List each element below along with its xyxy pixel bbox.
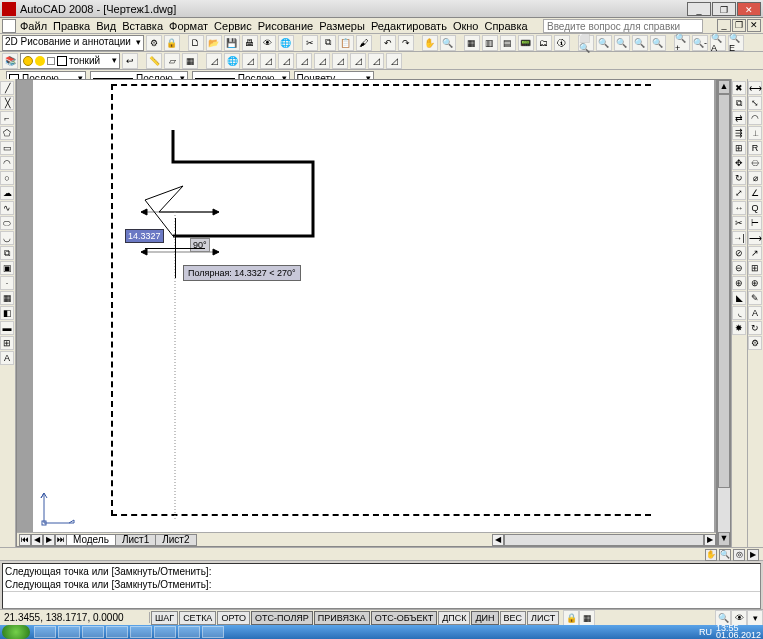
stretch-icon[interactable]: ↔ <box>732 201 746 215</box>
hscroll-track[interactable] <box>504 534 704 546</box>
mdi-icon[interactable] <box>2 19 16 33</box>
dim-arc-length-icon[interactable]: ◠ <box>748 111 762 125</box>
area-icon[interactable]: ▱ <box>164 53 180 69</box>
zoom-extents-icon[interactable]: 🔍E <box>728 35 744 51</box>
paste-icon[interactable]: 📋 <box>338 35 354 51</box>
zoom-all-icon[interactable]: 🔍A <box>710 35 726 51</box>
dim-linear-icon[interactable]: ⟷ <box>748 81 762 95</box>
fillet-icon[interactable]: ◟ <box>732 306 746 320</box>
ucs-icon[interactable]: ◿ <box>206 53 222 69</box>
ellipse-arc-icon[interactable]: ◡ <box>0 231 14 245</box>
command-input[interactable] <box>3 592 760 607</box>
mirror-icon[interactable]: ⇄ <box>732 111 746 125</box>
tray-lang[interactable]: RU <box>699 627 712 637</box>
menu-format[interactable]: Формат <box>169 20 208 32</box>
arc-icon[interactable]: ◠ <box>0 156 14 170</box>
dim-style-icon[interactable]: ⚙ <box>748 336 762 350</box>
dim-continue-icon[interactable]: ⟶ <box>748 231 762 245</box>
nav-pan-icon[interactable]: ✋ <box>705 549 717 561</box>
dim-radius-icon[interactable]: R <box>748 141 762 155</box>
layer-selector[interactable]: тонкий <box>20 53 120 69</box>
layer-properties-manager-icon[interactable]: 📚 <box>2 53 18 69</box>
window-minimize[interactable]: _ <box>687 2 711 16</box>
menu-dimension[interactable]: Размеры <box>319 20 365 32</box>
vertical-scrollbar[interactable]: ▲ ▼ <box>717 79 731 547</box>
coordinates-display[interactable]: 21.3455, 138.1717, 0.0000 <box>0 612 150 623</box>
explode-icon[interactable]: ✸ <box>732 321 746 335</box>
extend-icon[interactable]: →| <box>732 231 746 245</box>
workspace-settings-icon[interactable]: ⚙ <box>146 35 162 51</box>
zoom-dynamic-icon[interactable]: 🔍 <box>596 35 612 51</box>
mode-model[interactable]: ЛИСТ <box>527 611 559 625</box>
menu-draw[interactable]: Рисование <box>258 20 313 32</box>
zoom-object-icon[interactable]: 🔍 <box>650 35 666 51</box>
dynamic-angle-input[interactable]: 90° <box>190 238 210 252</box>
menu-file[interactable]: Файл <box>20 20 47 32</box>
dim-text-edit-icon[interactable]: A <box>748 306 762 320</box>
region-icon[interactable]: ▬ <box>0 321 14 335</box>
workspace-selector[interactable]: 2D Рисование и аннотации <box>2 35 144 51</box>
distance-icon[interactable]: 📏 <box>146 53 162 69</box>
zoom-window-icon[interactable]: ⬜🔍 <box>578 35 594 51</box>
erase-icon[interactable]: ✖ <box>732 81 746 95</box>
undo-icon[interactable]: ↶ <box>380 35 396 51</box>
taskbar-app-7[interactable] <box>178 626 200 638</box>
dim-angular-icon[interactable]: ∠ <box>748 186 762 200</box>
circle-icon[interactable]: ○ <box>0 171 14 185</box>
vscroll-up-icon[interactable]: ▲ <box>718 80 730 94</box>
tab-next-icon[interactable]: ▶ <box>43 534 55 546</box>
mdi-close[interactable]: ✕ <box>747 19 761 32</box>
print-icon[interactable]: 🖶 <box>242 35 258 51</box>
ucs-object-icon[interactable]: ◿ <box>242 53 258 69</box>
nav-zoom-icon[interactable]: 🔍 <box>719 549 731 561</box>
make-block-icon[interactable]: ▣ <box>0 261 14 275</box>
toolbar-lock-icon[interactable]: 🔒 <box>164 35 180 51</box>
menu-modify[interactable]: Редактировать <box>371 20 447 32</box>
tray-date[interactable]: 01.06.2012 <box>716 632 761 639</box>
dim-quick-icon[interactable]: Q <box>748 201 762 215</box>
window-close[interactable]: ✕ <box>737 2 761 16</box>
taskbar-app-3[interactable] <box>82 626 104 638</box>
dim-aligned-icon[interactable]: ⤡ <box>748 96 762 110</box>
help-search-input[interactable] <box>543 19 703 33</box>
offset-icon[interactable]: ⇶ <box>732 126 746 140</box>
publish-icon[interactable]: 🌐 <box>278 35 294 51</box>
dim-diameter-icon[interactable]: ⌀ <box>748 171 762 185</box>
quick-calc-icon[interactable]: 📟 <box>518 35 534 51</box>
mode-grid[interactable]: СЕТКА <box>179 611 216 625</box>
sheet-set-manager-icon[interactable]: ▦ <box>464 35 480 51</box>
line-icon[interactable]: ╱ <box>0 81 14 95</box>
trim-icon[interactable]: ✂ <box>732 216 746 230</box>
status-tray-settings-icon[interactable]: ▾ <box>747 610 763 626</box>
mode-osnap[interactable]: ПРИВЯЗКА <box>314 611 370 625</box>
properties-icon[interactable]: 🛈 <box>554 35 570 51</box>
insert-block-icon[interactable]: ⧉ <box>0 246 14 260</box>
mode-ducs[interactable]: ДПСК <box>438 611 470 625</box>
construction-line-icon[interactable]: ╳ <box>0 96 14 110</box>
rotate-icon[interactable]: ↻ <box>732 171 746 185</box>
window-maximize[interactable]: ❐ <box>712 2 736 16</box>
status-quick-props-icon[interactable]: ▦ <box>579 610 595 626</box>
vscroll-thumb[interactable] <box>718 94 730 488</box>
zoom-out-icon[interactable]: 🔍- <box>692 35 708 51</box>
hscroll-left-icon[interactable]: ◀ <box>492 534 504 546</box>
zoom-realtime-icon[interactable]: 🔍 <box>440 35 456 51</box>
copy-icon[interactable]: ⧉ <box>320 35 336 51</box>
mode-lwt[interactable]: ВЕС <box>500 611 527 625</box>
dynamic-length-input[interactable]: 14.3327 <box>125 229 164 243</box>
cut-icon[interactable]: ✂ <box>302 35 318 51</box>
hscroll-right-icon[interactable]: ▶ <box>704 534 716 546</box>
tab-first-icon[interactable]: ⏮ <box>19 534 31 546</box>
ucs-face-icon[interactable]: ◿ <box>260 53 276 69</box>
break-at-point-icon[interactable]: ⊘ <box>732 246 746 260</box>
mode-ortho[interactable]: ОРТО <box>217 611 250 625</box>
status-lock-icon[interactable]: 🔒 <box>563 610 579 626</box>
tab-model[interactable]: Модель <box>66 534 116 546</box>
mode-otrack[interactable]: ОТС-ОБЪЕКТ <box>371 611 437 625</box>
gradient-icon[interactable]: ◧ <box>0 306 14 320</box>
zoom-center-icon[interactable]: 🔍 <box>632 35 648 51</box>
menu-window[interactable]: Окно <box>453 20 479 32</box>
menu-insert[interactable]: Вставка <box>122 20 163 32</box>
dim-center-icon[interactable]: ⊕ <box>748 276 762 290</box>
break-icon[interactable]: ⊖ <box>732 261 746 275</box>
